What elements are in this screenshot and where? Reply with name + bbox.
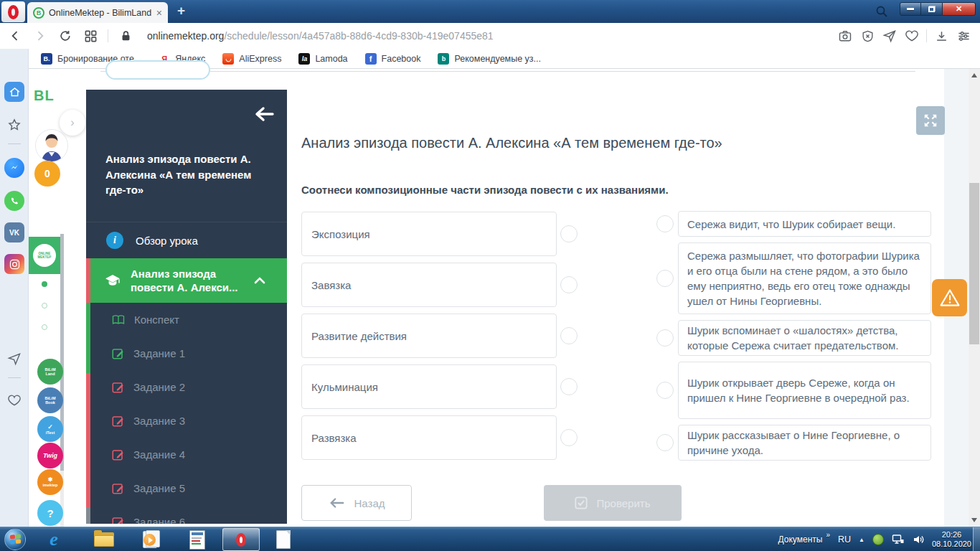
connector-radio[interactable] [656,434,674,451]
nav-item-task-4[interactable]: Задание 4 [112,438,277,471]
cutoff-pill-button[interactable] [105,60,210,80]
easy-setup-sliders-icon[interactable] [956,28,971,44]
connector-radio[interactable] [560,276,578,293]
nav-item-konspekt[interactable]: Конспект [112,303,277,336]
instagram-icon[interactable] [4,254,24,274]
opera-menu-button[interactable] [1,1,25,22]
my-flow-icon[interactable] [4,349,24,369]
active-app-onlinemektep[interactable]: ONLINEMEKTEP [29,237,60,274]
whatsapp-icon[interactable] [4,191,24,211]
tab-close-icon[interactable]: × [156,8,162,18]
connector-radio[interactable] [656,270,674,287]
lock-icon[interactable] [118,28,133,44]
nav-item-task-3[interactable]: Задание 3 [112,404,277,438]
check-button[interactable]: Проверить [544,485,682,521]
match-term-box[interactable]: Развязка [301,415,557,460]
minimize-button[interactable] [900,2,921,16]
app-twig-icon[interactable]: Twig [37,443,63,468]
connector-radio[interactable] [560,225,578,242]
network-tray-icon[interactable] [892,534,905,545]
new-tab-button[interactable]: + [177,3,185,19]
show-hidden-icons-arrow[interactable]: ▲ [859,537,864,543]
nav-back-arrow-icon[interactable] [253,105,275,123]
toolbar-overflow-chevron[interactable]: » [826,531,830,539]
language-indicator[interactable]: RU [838,534,851,545]
start-button[interactable] [4,529,26,550]
taskbar-document-app-icon[interactable] [185,529,209,550]
show-desktop-button[interactable] [973,527,980,551]
match-definition-box[interactable]: Шурик вспоминает о «шалостях» детства, к… [678,320,931,356]
report-warning-button[interactable] [932,279,967,316]
star-icon[interactable] [4,115,24,135]
bookmark-aliexpress[interactable]: ◡AliExpress [222,53,281,65]
personal-news-heart-icon[interactable] [4,390,24,410]
snapshot-camera-icon[interactable] [837,28,853,44]
taskbar-notepad-icon[interactable] [271,529,296,550]
match-definition-box[interactable]: Сережа размышляет, что фотографии Шурика… [678,242,931,314]
taskbar-explorer-folder-icon[interactable] [92,529,116,550]
bookmark-recommended[interactable]: bРекомендуемые уз... [438,53,541,65]
home-icon[interactable] [4,82,24,102]
nav-section-active[interactable]: Анализ эпизода повести А. Алекси... [86,258,287,303]
match-term-box[interactable]: Экспозиция [301,212,557,256]
blocked-shield-icon[interactable] [859,28,875,44]
nav-item-overview[interactable]: i Обзор урока [86,222,287,258]
close-button[interactable]: ✕ [942,2,976,16]
documents-toolbar-label[interactable]: Документы [778,534,823,545]
nav-item-task-5[interactable]: Задание 5 [112,471,277,505]
antivirus-tray-icon[interactable] [872,534,884,545]
taskbar-clock[interactable]: 20:26 08.10.2020 [932,530,971,549]
match-definition-box[interactable]: Шурик открывает дверь Сереже, когда он п… [678,362,931,419]
nav-dot-active[interactable] [42,281,47,287]
notification-badge[interactable]: 0 [34,161,60,187]
back-button[interactable]: Назад [301,485,412,521]
vk-icon[interactable]: VK [4,222,24,242]
taskbar-opera-active-button[interactable] [222,528,260,551]
connector-radio[interactable] [656,329,674,347]
bookmark-heart-icon[interactable] [904,28,920,44]
connector-radio[interactable] [560,327,578,344]
address-url[interactable]: onlinemektep.org/schedule/lesson/4a457a8… [147,30,494,42]
browser-tab[interactable]: B OnlineMektep - BilimLand × [27,2,168,23]
match-term-box[interactable]: Завязка [301,263,557,307]
match-term-box[interactable]: Кульминация [301,364,557,409]
app-bilimbook-icon[interactable]: BiLiMBook [37,387,63,413]
scroll-up-icon[interactable] [971,73,977,77]
user-avatar[interactable] [35,129,68,162]
help-icon[interactable]: ? [37,500,63,526]
app-imektep-icon[interactable]: ✱imektep [37,469,63,495]
scrollbar-thumb[interactable] [969,183,979,344]
connector-radio[interactable] [560,378,578,395]
app-itest-icon[interactable]: ✓iTest [37,416,63,442]
my-flow-send-icon[interactable] [882,28,897,44]
connector-radio[interactable] [656,215,674,232]
nav-dot[interactable] [42,324,47,330]
reload-icon[interactable] [57,28,73,44]
forward-icon[interactable] [32,28,48,44]
nav-item-task-6[interactable]: Задание 6 [112,505,277,524]
nav-item-task-2[interactable]: Задание 2 [112,370,277,404]
speed-dial-icon[interactable] [83,28,98,44]
match-definition-box[interactable]: Сережа видит, что Шурик собирает вещи. [678,211,931,237]
taskbar-internet-explorer-icon[interactable]: e [42,529,66,550]
messenger-icon[interactable] [4,158,24,178]
page-scrollbar[interactable] [969,69,980,527]
restore-button[interactable] [921,2,942,16]
fullscreen-button[interactable] [916,106,945,135]
match-definition-box[interactable]: Шурик рассказывает о Нине Георгиевне, о … [678,425,931,461]
nav-item-task-1[interactable]: Задание 1 [112,336,277,370]
connector-radio[interactable] [656,382,674,399]
taskbar-media-player-icon[interactable] [138,529,162,550]
back-icon[interactable] [7,28,23,44]
connector-radio[interactable] [560,429,578,446]
bookmark-facebook[interactable]: fFacebook [365,53,421,65]
app-bilimland-icon[interactable]: BiLiMLand [37,359,63,385]
sidebar-collapse-chevron-icon[interactable]: › [60,110,85,136]
volume-tray-icon[interactable] [913,534,924,545]
match-term-box[interactable]: Развитие действия [301,314,557,358]
titlebar-search-icon[interactable] [875,5,888,18]
downloads-icon[interactable] [933,28,949,44]
nav-dot[interactable] [42,303,47,309]
scroll-down-icon[interactable] [971,518,977,522]
bookmark-lamoda[interactable]: laLamoda [298,53,347,65]
